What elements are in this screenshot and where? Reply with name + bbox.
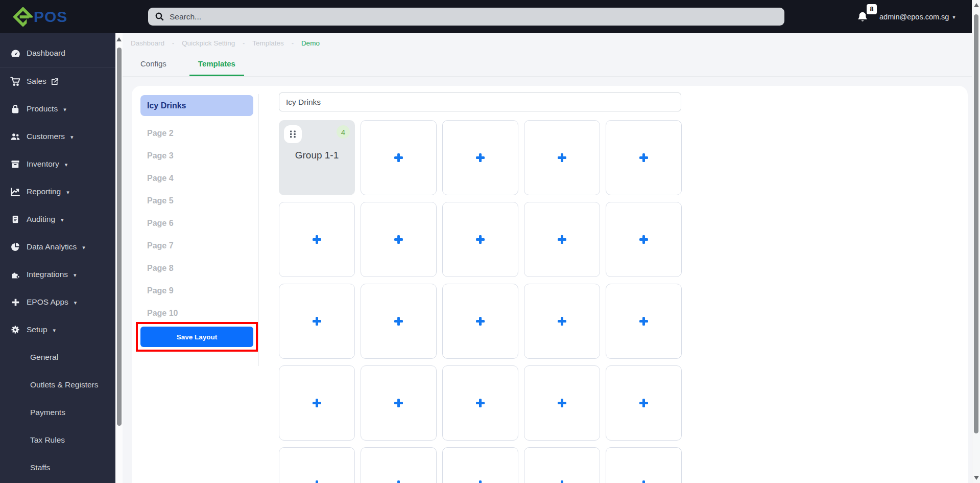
sidebar-item-setup[interactable]: Setup ▾ (0, 316, 115, 343)
users-icon (9, 131, 21, 142)
sidebar-item-dashboard[interactable]: Dashboard (0, 39, 115, 67)
scrollbar-thumb[interactable] (117, 48, 122, 426)
sidebar-item-auditing[interactable]: Auditing ▾ (0, 205, 115, 233)
empty-slot-tile[interactable] (524, 120, 600, 195)
puzzle-icon (9, 269, 21, 280)
sidebar-nav: Dashboard Sales Products ▾ (0, 33, 115, 483)
add-icon (639, 235, 648, 244)
empty-slot-tile[interactable] (442, 202, 518, 277)
empty-slot-tile[interactable] (606, 365, 682, 441)
sidebar-item-label: Reporting (27, 187, 61, 196)
sidebar-item-label: Products (27, 104, 58, 113)
sidebar-item-sales[interactable]: Sales (0, 67, 115, 95)
empty-slot-tile[interactable] (606, 447, 682, 483)
breadcrumb-active-demo: Demo (301, 39, 320, 47)
sidebar-item-integrations[interactable]: Integrations ▾ (0, 261, 115, 288)
save-layout-button[interactable]: Save Layout (140, 327, 253, 347)
empty-slot-tile[interactable] (279, 447, 355, 483)
page-list-item[interactable]: Page 10 (140, 302, 253, 325)
empty-slot-tile[interactable] (606, 120, 682, 195)
add-icon (313, 235, 321, 244)
scroll-up-arrow-icon[interactable] (974, 3, 979, 7)
sidebar-item-inventory[interactable]: Inventory ▾ (0, 150, 115, 178)
page-list-item[interactable]: Page 8 (140, 257, 253, 280)
page-list-item-selected[interactable]: Icy Drinks (140, 95, 253, 116)
scrollbar-thumb[interactable] (974, 14, 978, 433)
empty-slot-tile[interactable] (442, 365, 518, 441)
external-link-icon (51, 77, 59, 86)
page-list-item[interactable]: Page 6 (140, 212, 253, 235)
sidebar-item-products[interactable]: Products ▾ (0, 95, 115, 123)
global-search-bar (148, 8, 784, 26)
empty-slot-tile[interactable] (442, 120, 518, 195)
save-layout-highlight-box: Save Layout (136, 322, 258, 352)
group-tile[interactable]: 4 Group 1-1 (279, 120, 355, 195)
page-list-item[interactable]: Page 2 (140, 122, 253, 145)
add-icon (476, 480, 485, 483)
add-icon (476, 399, 485, 407)
epos-logo[interactable]: POS (13, 0, 67, 33)
page-list-item[interactable]: Page 4 (140, 167, 253, 190)
add-icon (394, 317, 403, 326)
add-icon (476, 317, 485, 326)
notification-count-badge: 8 (867, 4, 877, 14)
empty-slot-tile[interactable] (606, 202, 682, 277)
sidebar-item-payments[interactable]: Payments (0, 399, 115, 426)
sidebar-item-label: Integrations (27, 270, 68, 279)
empty-slot-tile[interactable] (442, 447, 518, 483)
sidebar-item-customers[interactable]: Customers ▾ (0, 123, 115, 150)
breadcrumb-separator: - (172, 40, 174, 47)
topbar: POS 8 admin@epos.com.sg ▾ (0, 0, 980, 33)
empty-slot-tile[interactable] (361, 447, 437, 483)
page-list-item[interactable]: Page 5 (140, 190, 253, 212)
account-menu[interactable]: admin@epos.com.sg ▾ (879, 0, 955, 33)
scroll-up-arrow-icon[interactable] (116, 37, 122, 41)
sidebar-item-data-analytics[interactable]: Data Analytics ▾ (0, 233, 115, 261)
search-input[interactable] (164, 7, 784, 26)
sidebar-item-reporting[interactable]: Reporting ▾ (0, 178, 115, 205)
add-icon (313, 399, 321, 407)
sidebar-item-label: Inventory (27, 159, 59, 169)
breadcrumb-quickpick-setting[interactable]: Quickpick Setting (182, 39, 235, 47)
sidebar-item-tax-rules[interactable]: Tax Rules (0, 426, 115, 454)
page-list-item[interactable]: Page 7 (140, 235, 253, 257)
add-icon (639, 317, 648, 326)
add-icon (394, 480, 403, 483)
empty-slot-tile[interactable] (279, 365, 355, 441)
empty-slot-tile[interactable] (524, 365, 600, 441)
empty-slot-tile[interactable] (606, 284, 682, 359)
epos-logo-icon (13, 7, 33, 27)
page-name-input[interactable] (279, 93, 681, 111)
epos-logo-text: POS (34, 8, 67, 26)
sidebar-item-general[interactable]: General (0, 343, 115, 371)
sidebar-item-staffs[interactable]: Staffs (0, 454, 115, 481)
empty-slot-tile[interactable] (442, 284, 518, 359)
empty-slot-tile[interactable] (361, 365, 437, 441)
empty-slot-tile[interactable] (524, 284, 600, 359)
empty-slot-tile[interactable] (524, 202, 600, 277)
breadcrumb-separator: - (292, 40, 294, 47)
tab-templates[interactable]: Templates (189, 53, 244, 76)
tab-configs[interactable]: Configs (132, 53, 175, 76)
breadcrumb-dashboard[interactable]: Dashboard (131, 39, 164, 47)
page-list-item[interactable]: Page 9 (140, 280, 253, 302)
empty-slot-tile[interactable] (279, 202, 355, 277)
chevron-down-icon: ▾ (61, 217, 64, 223)
sidebar-item-outlets-registers[interactable]: Outlets & Registers (0, 371, 115, 399)
empty-slot-tile[interactable] (279, 284, 355, 359)
empty-slot-tile[interactable] (524, 447, 600, 483)
breadcrumb-separator: - (243, 40, 245, 47)
page-list-item[interactable]: Page 3 (140, 145, 253, 167)
add-icon (558, 235, 566, 244)
empty-slot-tile[interactable] (361, 284, 437, 359)
scroll-down-arrow-icon[interactable] (974, 476, 979, 480)
add-icon (476, 235, 485, 244)
empty-slot-tile[interactable] (361, 202, 437, 277)
add-icon (639, 399, 648, 407)
chevron-down-icon: ▾ (74, 272, 77, 279)
sidebar-item-label: EPOS Apps (27, 297, 68, 307)
chevron-down-icon: ▾ (53, 327, 56, 334)
sidebar-item-epos-apps[interactable]: EPOS Apps ▾ (0, 288, 115, 316)
empty-slot-tile[interactable] (361, 120, 437, 195)
breadcrumb-templates[interactable]: Templates (252, 39, 284, 47)
